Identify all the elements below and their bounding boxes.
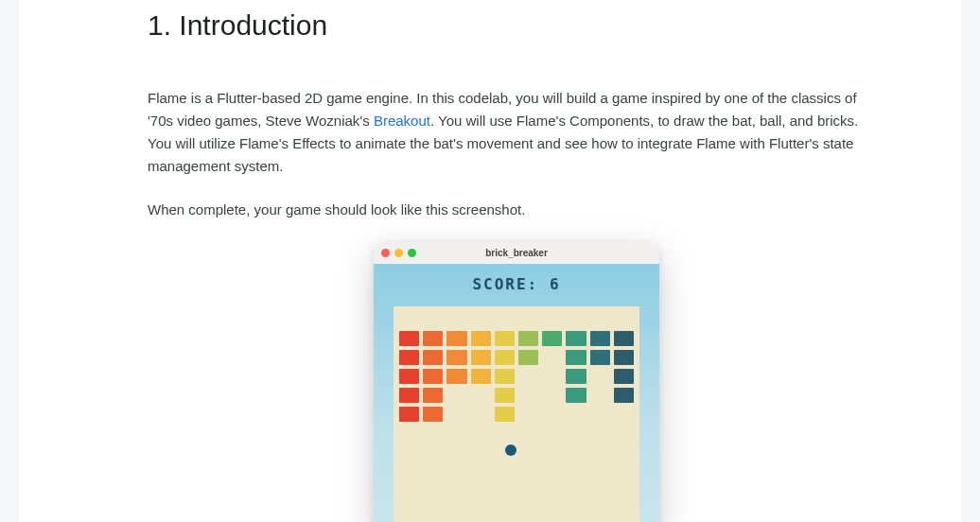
- brick: [399, 407, 419, 422]
- brick: [495, 369, 515, 384]
- brick: [566, 369, 586, 384]
- score-value: 6: [550, 275, 561, 293]
- fullscreen-icon: [408, 249, 416, 257]
- brick: [446, 350, 466, 365]
- brick: [542, 331, 562, 346]
- brick: [566, 331, 586, 346]
- brick: [423, 331, 443, 346]
- brick: [446, 369, 466, 384]
- score-display: SCORE: 6: [472, 275, 560, 293]
- game-viewport: SCORE: 6: [374, 264, 659, 522]
- brick: [590, 350, 610, 365]
- brick: [518, 331, 538, 346]
- brick: [399, 350, 419, 365]
- game-board: [394, 306, 639, 522]
- brick: [614, 350, 634, 365]
- brick: [495, 388, 515, 403]
- brick: [471, 369, 491, 384]
- brick: [566, 350, 586, 365]
- brick: [590, 331, 610, 346]
- brick: [423, 388, 443, 403]
- brick: [566, 388, 586, 403]
- brick: [399, 388, 419, 403]
- brick: [471, 350, 491, 365]
- brick: [495, 350, 515, 365]
- brick: [495, 331, 515, 346]
- brick: [423, 350, 443, 365]
- intro-paragraph-2: When complete, your game should look lik…: [148, 199, 885, 221]
- window-titlebar: brick_breaker: [374, 242, 659, 264]
- brick: [614, 331, 634, 346]
- window-title: brick_breaker: [374, 248, 659, 258]
- brick: [471, 331, 491, 346]
- brick: [423, 369, 443, 384]
- brick: [495, 407, 515, 422]
- brick: [423, 407, 443, 422]
- minimize-icon: [394, 249, 403, 257]
- brick: [614, 388, 634, 403]
- intro-paragraph-1: Flame is a Flutter-based 2D game engine.…: [148, 87, 885, 178]
- brick: [614, 369, 634, 384]
- brick: [518, 350, 538, 365]
- score-label: SCORE:: [472, 275, 538, 293]
- brick: [446, 331, 466, 346]
- breakout-link[interactable]: Breakout: [374, 113, 430, 129]
- brick: [399, 369, 419, 384]
- app-window: brick_breaker SCORE: 6: [374, 242, 659, 522]
- game-screenshot: brick_breaker SCORE: 6: [148, 242, 885, 522]
- page-title: 1. Introduction: [148, 9, 885, 42]
- game-ball: [505, 444, 516, 456]
- brick-grid: [399, 331, 634, 422]
- brick: [399, 331, 419, 346]
- close-icon: [381, 249, 390, 257]
